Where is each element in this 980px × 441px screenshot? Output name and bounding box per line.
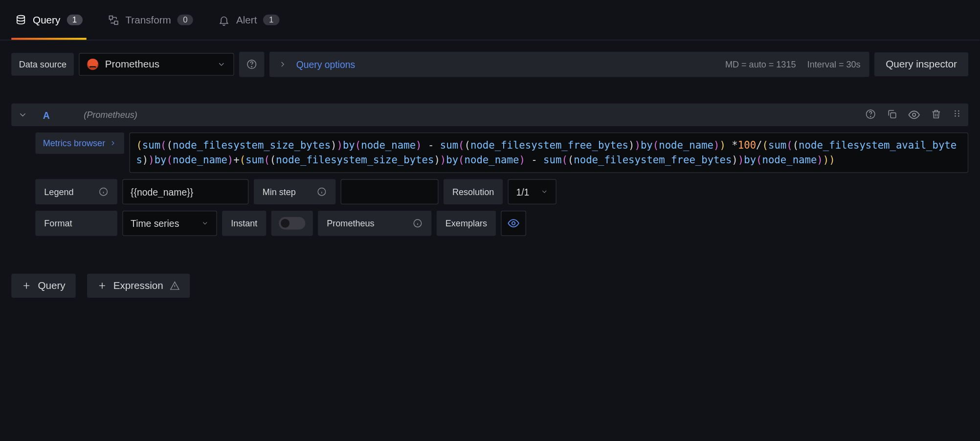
tab-alert-count: 1: [263, 15, 279, 25]
copy-icon: [886, 109, 897, 120]
query-datasource-name: (Prometheus): [84, 110, 137, 120]
chevron-down-icon: [201, 220, 209, 227]
format-select[interactable]: Time series: [122, 211, 217, 236]
query-body: Metrics browser (sum((node_filesystem_si…: [11, 132, 968, 173]
query-options-row-2: Format Time series Instant Prometheus Ex…: [35, 211, 968, 236]
md-text: MD = auto = 1315: [725, 59, 796, 69]
instant-toggle[interactable]: [271, 211, 313, 236]
plus-icon: [97, 281, 107, 291]
resolution-label: Resolution: [444, 179, 503, 205]
eye-icon: [908, 109, 920, 121]
query-visibility-button[interactable]: [908, 109, 920, 121]
svg-point-4: [252, 66, 252, 67]
tab-transform-label: Transform: [125, 14, 171, 25]
query-expression-input[interactable]: (sum((node_filesystem_size_bytes))by(nod…: [129, 132, 968, 173]
metrics-browser-label: Metrics browser: [43, 138, 105, 149]
minstep-label: Min step: [254, 179, 336, 205]
query-header: A (Prometheus): [11, 104, 968, 126]
tab-query-label: Query: [33, 14, 60, 25]
instant-label: Instant: [222, 211, 266, 236]
tab-query[interactable]: Query 1: [11, 0, 86, 40]
datasource-value: Prometheus: [105, 59, 159, 70]
trash-icon: [931, 109, 942, 120]
query-ref-id: A: [43, 110, 50, 120]
warning-icon: [170, 281, 180, 291]
svg-point-13: [958, 113, 959, 114]
help-circle-icon: [246, 59, 258, 70]
query-options-meta: MD = auto = 1315 Interval = 30s: [725, 59, 861, 69]
datasource-label: Data source: [11, 53, 74, 75]
chevron-down-icon: [541, 188, 548, 196]
tab-transform-count: 0: [178, 15, 194, 25]
prometheus-logo-icon: [88, 59, 99, 70]
svg-point-18: [512, 222, 515, 225]
svg-point-0: [17, 15, 24, 18]
chevron-right-icon: [279, 60, 288, 69]
info-icon[interactable]: [413, 219, 423, 229]
legend-input[interactable]: [122, 179, 248, 205]
svg-point-10: [955, 113, 956, 114]
query-drag-handle[interactable]: [952, 109, 962, 121]
tab-alert[interactable]: Alert 1: [215, 0, 283, 40]
query-options-bar: Query options MD = auto = 1315 Interval …: [269, 52, 869, 77]
query-inspector-button[interactable]: Query inspector: [874, 52, 968, 76]
query-duplicate-button[interactable]: [886, 109, 897, 121]
prometheus-label: Prometheus: [318, 211, 431, 236]
plus-icon: [22, 281, 32, 291]
svg-point-14: [958, 115, 959, 117]
query-options-link[interactable]: Query options: [296, 59, 355, 70]
exemplars-toggle[interactable]: [501, 211, 526, 236]
bell-icon: [219, 14, 230, 25]
tab-query-count: 1: [67, 15, 83, 25]
toolbar: Data source Prometheus Query options MD …: [0, 41, 980, 77]
tabs: Query 1 Transform 0 Alert 1: [0, 0, 980, 41]
collapse-toggle[interactable]: [18, 110, 28, 120]
metrics-browser-button[interactable]: Metrics browser: [35, 132, 124, 154]
query-block: A (Prometheus) Metrics browser (sum((nod…: [11, 104, 968, 236]
transform-icon: [108, 14, 119, 25]
help-button[interactable]: [240, 52, 265, 77]
svg-point-8: [913, 113, 915, 116]
chevron-right-icon: [109, 139, 116, 147]
tab-transform[interactable]: Transform 0: [104, 0, 197, 40]
info-icon[interactable]: [98, 187, 109, 197]
legend-label: Legend: [35, 179, 117, 205]
query-options-row-1: Legend Min step Resolution 1/1: [35, 179, 968, 205]
chevron-down-icon: [18, 110, 28, 120]
datasource-select[interactable]: Prometheus: [79, 53, 234, 75]
query-actions: [865, 109, 962, 121]
help-circle-icon: [865, 109, 876, 120]
footer: Query Expression: [11, 274, 968, 298]
chevron-down-icon: [217, 60, 226, 69]
svg-point-9: [955, 110, 956, 112]
tab-alert-label: Alert: [236, 14, 257, 25]
add-query-button[interactable]: Query: [11, 274, 75, 298]
query-help-button[interactable]: [865, 109, 876, 121]
info-icon[interactable]: [317, 187, 327, 197]
format-label: Format: [35, 211, 117, 236]
svg-rect-1: [109, 16, 112, 19]
eye-icon: [507, 217, 520, 230]
resolution-select[interactable]: 1/1: [508, 179, 557, 205]
svg-point-11: [955, 115, 956, 117]
svg-point-6: [870, 116, 871, 117]
interval-text: Interval = 30s: [807, 59, 861, 69]
add-expression-button[interactable]: Expression: [87, 274, 189, 298]
grip-icon: [952, 109, 962, 119]
database-icon: [15, 14, 26, 25]
svg-rect-2: [114, 21, 118, 24]
query-options-caret[interactable]: [279, 60, 288, 69]
exemplars-label: Exemplars: [437, 211, 496, 236]
svg-point-12: [958, 110, 959, 112]
query-delete-button[interactable]: [931, 109, 942, 121]
minstep-input[interactable]: [341, 179, 439, 205]
svg-rect-7: [891, 113, 896, 118]
